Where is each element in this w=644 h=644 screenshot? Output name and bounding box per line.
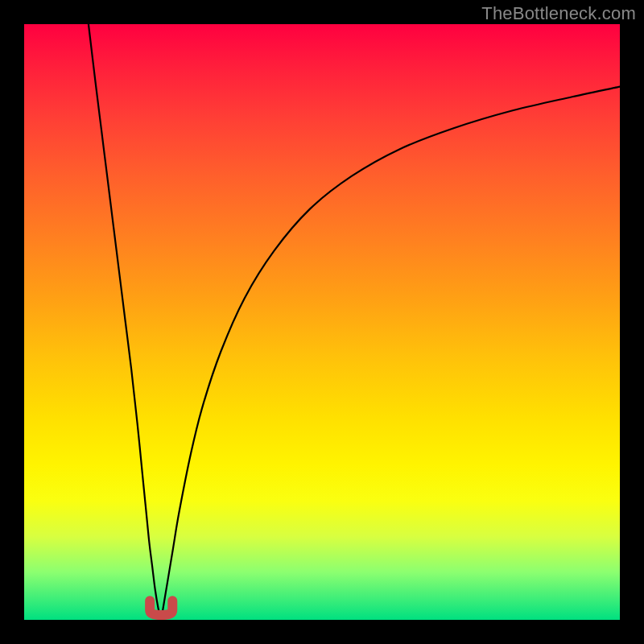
watermark-label: TheBottleneck.com <box>481 3 636 24</box>
chart-frame: TheBottleneck.com <box>0 0 644 644</box>
plot-area <box>24 24 620 620</box>
bottleneck-marker <box>150 601 172 615</box>
curve-right <box>161 87 620 620</box>
curve-left <box>89 24 161 620</box>
chart-svg <box>24 24 620 620</box>
